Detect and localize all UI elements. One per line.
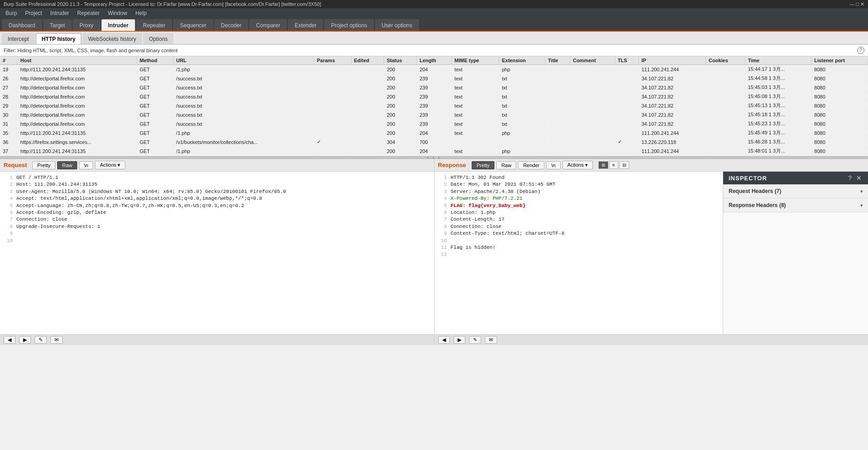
line-content	[16, 237, 430, 244]
inspector-close-btn[interactable]: ✕	[855, 174, 863, 182]
response-pretty-btn[interactable]: Pretty	[472, 161, 495, 169]
req-edit-btn[interactable]: ✎	[35, 336, 47, 344]
sub-tab-websockets[interactable]: WebSockets history	[82, 33, 142, 44]
request-pretty-btn[interactable]: Pretty	[32, 161, 55, 169]
request-line: 5Accept-Language: zh-CN,zh;q=0.8,zh-TW;q…	[4, 203, 430, 209]
menu-burp[interactable]: Burp	[2, 9, 20, 17]
col-url[interactable]: URL	[173, 56, 314, 65]
req-send-btn[interactable]: ✉	[50, 336, 63, 344]
resp-send-btn[interactable]: ✉	[485, 336, 497, 344]
line-content: GET / HTTP/1.1	[16, 174, 430, 181]
col-length[interactable]: Length	[417, 56, 452, 65]
table-row[interactable]: 35http://111.200.241.244:31135GET/1.php2…	[0, 129, 868, 138]
tab-target[interactable]: Target	[43, 19, 72, 31]
resp-next-btn[interactable]: ▶	[454, 336, 465, 344]
table-row[interactable]: 19http://111.200.241.244:31135GET/1.php2…	[0, 65, 868, 74]
col-mime[interactable]: MIME type	[452, 56, 499, 65]
col-host[interactable]: Host	[17, 56, 137, 65]
request-line: 8Upgrade-Insecure-Requests: 1	[4, 223, 430, 230]
table-row[interactable]: 37http://111.200.241.244:31135GET/1.php2…	[0, 147, 868, 156]
col-id[interactable]: #	[0, 56, 17, 65]
response-line: 2Date: Mon, 01 Mar 2021 07:51:45 GMT	[438, 181, 720, 188]
request-line: 6Accept-Encoding: gzip, deflate	[4, 209, 430, 216]
line-content: Connection: close	[16, 216, 430, 223]
line-number: 9	[4, 230, 13, 237]
menu-project[interactable]: Project	[21, 9, 45, 17]
inspector-help-btn[interactable]: ?	[847, 174, 853, 182]
menu-help[interactable]: Help	[132, 9, 150, 17]
table-row[interactable]: 29http://detectportal.firefox.comGET/suc…	[0, 101, 868, 110]
inspector-header: INSPECTOR ? ✕	[723, 172, 868, 184]
response-line: 9Content-Type: text/html; charset=UTF-8	[438, 230, 720, 237]
response-line: 6Location: 1.php	[438, 209, 720, 216]
col-tls[interactable]: TLS	[615, 56, 638, 65]
table-row[interactable]: 30http://detectportal.firefox.comGET/suc…	[0, 110, 868, 119]
request-hex-btn[interactable]: \n	[79, 161, 93, 169]
table-row[interactable]: 31http://detectportal.firefox.comGET/suc…	[0, 119, 868, 129]
req-prev-btn[interactable]: ◀	[4, 336, 15, 344]
response-hex-btn[interactable]: \n	[546, 161, 560, 169]
inspector-response-headers-toggle[interactable]: Response Headers (8) ▾	[723, 198, 868, 212]
tab-extender[interactable]: Extender	[288, 19, 323, 31]
view-horizontal-btn[interactable]: ≡	[609, 161, 618, 169]
response-line: 4X-Powered-By: PHP/7.2.21	[438, 195, 720, 202]
req-next-btn[interactable]: ▶	[19, 336, 31, 344]
request-bottom-toolbar: ◀ ▶ ✎ ✉	[0, 334, 434, 345]
col-comment[interactable]: Comment	[570, 56, 615, 65]
tab-user-options[interactable]: User options	[375, 19, 419, 31]
resp-edit-btn[interactable]: ✎	[469, 336, 481, 344]
tab-intruder[interactable]: Intruder	[101, 19, 135, 31]
tab-decoder[interactable]: Decoder	[214, 19, 248, 31]
response-actions-btn[interactable]: Actions ▾	[562, 161, 593, 169]
col-cookies[interactable]: Cookies	[706, 56, 745, 65]
resp-prev-btn[interactable]: ◀	[438, 336, 450, 344]
table-row[interactable]: 26http://detectportal.firefox.comGET/suc…	[0, 74, 868, 83]
menu-repeater[interactable]: Repeater	[74, 9, 103, 17]
request-line: 1GET / HTTP/1.1	[4, 174, 430, 181]
filter-text: Filter: Hiding HTML, script, XML, CSS, i…	[4, 48, 178, 53]
sub-tab-intercept[interactable]: Intercept	[2, 33, 35, 44]
line-number: 4	[438, 195, 447, 202]
line-content: Connection: close	[451, 223, 720, 230]
inspector-response-headers-section: Response Headers (8) ▾	[723, 198, 868, 213]
table-row[interactable]: 28http://detectportal.firefox.comGET/suc…	[0, 92, 868, 101]
line-number: 3	[438, 188, 447, 195]
tab-dashboard[interactable]: Dashboard	[2, 19, 42, 31]
menu-window[interactable]: Window	[104, 9, 131, 17]
inspector-request-headers-toggle[interactable]: Request Headers (7) ▾	[723, 184, 868, 198]
col-method[interactable]: Method	[137, 56, 173, 65]
view-split-btn[interactable]: ⊞	[598, 161, 608, 169]
line-number: 9	[438, 230, 447, 237]
response-raw-btn[interactable]: Raw	[496, 161, 516, 169]
line-number: 1	[438, 174, 447, 181]
col-ip[interactable]: IP	[638, 56, 705, 65]
filter-bar[interactable]: Filter: Hiding HTML, script, XML, CSS, i…	[0, 45, 868, 56]
tab-comparer[interactable]: Comparer	[249, 19, 287, 31]
table-row[interactable]: 27http://detectportal.firefox.comGET/suc…	[0, 83, 868, 92]
request-raw-btn[interactable]: Raw	[57, 161, 77, 169]
request-panel-header: Request Pretty Raw \n Actions ▾	[0, 159, 434, 172]
response-render-btn[interactable]: Render	[518, 161, 544, 169]
col-title[interactable]: Title	[545, 56, 570, 65]
col-extension[interactable]: Extension	[499, 56, 545, 65]
view-vertical-btn[interactable]: ⊟	[619, 161, 629, 169]
col-port[interactable]: Listener port	[811, 56, 868, 65]
menu-intruder[interactable]: Intruder	[47, 9, 73, 17]
tab-proxy[interactable]: Proxy	[73, 19, 100, 31]
request-panel: Request Pretty Raw \n Actions ▾ 1GET / H…	[0, 159, 434, 345]
col-time[interactable]: Time	[745, 56, 811, 65]
col-edited[interactable]: Edited	[351, 56, 384, 65]
inspector-request-headers-chevron: ▾	[860, 189, 863, 194]
col-params[interactable]: Params	[314, 56, 351, 65]
sub-tab-options[interactable]: Options	[143, 33, 173, 44]
col-status[interactable]: Status	[384, 56, 416, 65]
sub-tab-http-history[interactable]: HTTP history	[36, 33, 81, 44]
tab-project-options[interactable]: Project options	[324, 19, 374, 31]
request-actions-btn[interactable]: Actions ▾	[95, 161, 125, 169]
tab-repeater[interactable]: Repeater	[136, 19, 172, 31]
response-line: 8Connection: close	[438, 223, 720, 230]
table-row[interactable]: 36https://firefox.settings.services...GE…	[0, 138, 868, 147]
filter-help-icon[interactable]: ?	[857, 47, 864, 54]
line-number: 11	[438, 244, 447, 251]
tab-sequencer[interactable]: Sequencer	[173, 19, 213, 31]
